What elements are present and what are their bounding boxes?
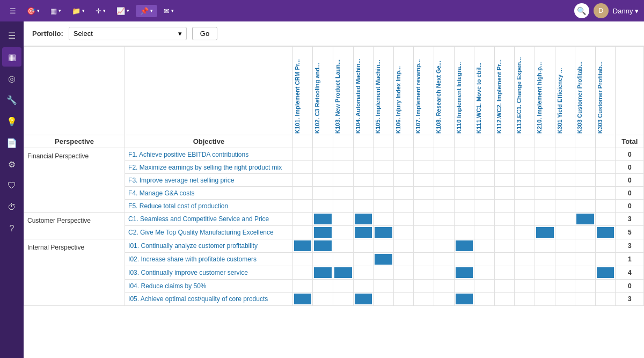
data-cell (313, 200, 333, 213)
go-button[interactable]: Go (192, 27, 217, 40)
sidebar-item-timer[interactable]: ⏱ (2, 198, 21, 217)
strategy-menu[interactable]: 🎯 ▾ (23, 5, 44, 17)
col-header-7: K108. Research Next Ge... (434, 47, 454, 135)
objective-cell[interactable]: C1. Seamless and Competitive Service and… (125, 213, 293, 226)
data-cell (374, 148, 394, 161)
pin-menu[interactable]: 📌 ▾ (136, 5, 157, 17)
objective-cell[interactable]: I03. Continually improve customer servic… (125, 266, 293, 280)
filled-cell (314, 214, 332, 224)
data-cell (313, 226, 333, 239)
objective-cell[interactable]: C2. Give Me Top Quality Manufacturing Ex… (125, 226, 293, 239)
data-cell (454, 293, 474, 306)
objective-cell[interactable]: F4. Manage G&A costs (125, 187, 293, 200)
envelope-icon: ✉ (164, 7, 170, 15)
data-cell (515, 280, 535, 293)
data-cell (313, 280, 333, 293)
sidebar-item-shield[interactable]: 🛡 (2, 176, 21, 195)
data-cell (474, 148, 495, 161)
sidebar-item-target[interactable]: ◎ (2, 69, 21, 88)
data-cell (292, 266, 313, 280)
filled-cell (314, 227, 332, 238)
data-cell (555, 253, 575, 266)
data-cell (454, 213, 474, 226)
data-cell (333, 226, 353, 239)
data-cell (575, 293, 596, 306)
objective-cell[interactable]: I02. Increase share with profitable cust… (125, 253, 293, 266)
menu-button[interactable]: ☰ (5, 5, 20, 17)
col-header-11: K113.EC1. Change Expen... (515, 47, 535, 135)
data-cell (535, 174, 555, 187)
dashboard-chevron: ▾ (58, 8, 61, 13)
data-cell (353, 253, 374, 266)
portfolio-bar: Portfolio: Select ▾ Go (24, 21, 644, 46)
envelope-menu[interactable]: ✉ ▾ (159, 5, 178, 17)
perspective-cell-1: Customer Perspective (24, 213, 125, 239)
data-cell (535, 187, 555, 200)
search-button[interactable]: 🔍 (574, 3, 589, 18)
objective-cell[interactable]: F2. Maximize earnings by selling the rig… (125, 161, 293, 174)
data-cell (575, 161, 596, 174)
filled-cell (355, 227, 372, 238)
topnav-right: 🔍 D Danny ▾ (574, 3, 639, 18)
data-cell (292, 293, 313, 306)
total-col-label: Total (616, 135, 644, 148)
folder-menu[interactable]: 📁 ▾ (68, 5, 89, 17)
data-cell (434, 200, 454, 213)
user-menu[interactable]: Danny ▾ (613, 7, 639, 15)
data-cell (333, 293, 353, 306)
portfolio-select[interactable]: Select ▾ (69, 27, 187, 40)
dashboard-menu[interactable]: ▦ ▾ (46, 5, 65, 17)
data-cell (535, 239, 555, 253)
sidebar-item-document[interactable]: 📄 (2, 133, 21, 152)
data-cell (353, 213, 374, 226)
data-cell (575, 213, 596, 226)
sidebar-item-ideas[interactable]: 💡 (2, 112, 21, 131)
objective-cell[interactable]: F5. Reduce total cost of production (125, 200, 293, 213)
objective-cell[interactable]: I01. Continually analyze customer profit… (125, 239, 293, 253)
data-cell (313, 293, 333, 306)
objective-cell[interactable]: F3. Improve average net selling price (125, 174, 293, 187)
data-col-label-7 (434, 135, 454, 148)
data-cell (313, 174, 333, 187)
data-cell (393, 239, 414, 253)
table-container[interactable]: K101. Implement CRM Pr...K102. C3 Retool… (24, 46, 644, 358)
data-cell (353, 266, 374, 280)
sidebar-item-menu[interactable]: ☰ (2, 26, 21, 45)
chart-icon: 📈 (116, 7, 125, 15)
data-cell (393, 187, 414, 200)
objective-cell[interactable]: I04. Reduce claims by 50% (125, 280, 293, 293)
data-cell (393, 280, 414, 293)
data-col-label-1 (313, 135, 333, 148)
total-header (616, 47, 644, 135)
data-cell (575, 148, 596, 161)
data-cell (494, 280, 515, 293)
sidebar-item-dashboard[interactable]: ▦ (2, 47, 21, 67)
data-cell (555, 239, 575, 253)
filled-cell (456, 240, 473, 251)
filled-cell (314, 267, 332, 278)
col-header-1: K102. C3 Retooling and... (313, 47, 333, 135)
col-labels-row: PerspectiveObjectiveTotal (24, 135, 644, 148)
sidebar-item-help[interactable]: ? (2, 219, 21, 238)
sidebar-item-tools[interactable]: 🔧 (2, 90, 21, 109)
objective-cell[interactable]: I05. Achieve optimal cost/quality of cor… (125, 293, 293, 306)
data-cell (575, 280, 596, 293)
objective-cell[interactable]: F1. Achieve positive EBITDA contribution… (125, 148, 293, 161)
data-cell (434, 161, 454, 174)
sidebar-item-settings[interactable]: ⚙ (2, 155, 21, 174)
data-cell (393, 226, 414, 239)
data-cell (434, 293, 454, 306)
data-cell (595, 226, 616, 239)
chart-menu[interactable]: 📈 ▾ (112, 5, 134, 17)
data-col-label-6 (414, 135, 434, 148)
data-cell (353, 280, 374, 293)
data-cell (374, 187, 394, 200)
table-row: Customer PerspectiveC1. Seamless and Com… (24, 213, 644, 226)
data-cell (454, 266, 474, 280)
data-cell (292, 280, 313, 293)
data-cell (535, 293, 555, 306)
add-menu[interactable]: ✛ ▾ (91, 5, 110, 17)
data-cell (474, 266, 495, 280)
data-cell (494, 148, 515, 161)
data-col-label-15 (595, 135, 616, 148)
